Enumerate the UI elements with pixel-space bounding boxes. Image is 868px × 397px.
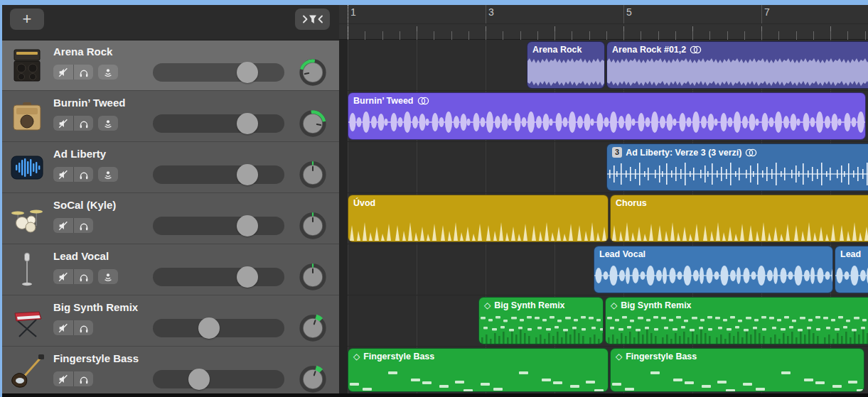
region-arena-rock-1[interactable]: Arena Rock (527, 41, 605, 89)
ruler-bar-number: 1 (350, 6, 356, 18)
region-burnin-tweed[interactable]: Burnin’ Tweed (348, 92, 866, 140)
audio-waveform (607, 57, 868, 87)
pan-knob[interactable] (299, 109, 327, 138)
garageband-tracks-view: 1 3 5 7 Arena Rock Arena Rock #01,2 Burn… (0, 0, 868, 397)
headphones-icon (78, 220, 90, 232)
headphones-icon (78, 169, 90, 180)
track-header-filter-button[interactable] (295, 9, 330, 30)
solo-button[interactable] (73, 167, 93, 182)
volume-slider-thumb[interactable] (188, 369, 210, 390)
volume-slider[interactable] (153, 268, 284, 286)
ruler-bar-number: 7 (764, 6, 770, 18)
audio-waveform (348, 107, 865, 138)
input-monitor-button[interactable] (98, 167, 118, 182)
track-header-lead-vocal[interactable]: Lead Vocal (2, 244, 339, 295)
mute-button[interactable] (53, 65, 73, 80)
volume-slider-thumb[interactable] (237, 164, 258, 185)
region-name: Burnin’ Tweed (353, 96, 414, 106)
track-header-fingerstyle-bass[interactable]: Fingerstyle Bass (2, 347, 339, 397)
input-monitor-button[interactable] (98, 269, 118, 284)
volume-slider-thumb[interactable] (198, 317, 220, 339)
region-big-synth-remix-1[interactable]: ◇ Big Synth Remix (478, 297, 604, 344)
region-drummer-uvod[interactable]: Úvod (348, 195, 609, 242)
mute-icon (58, 118, 69, 129)
synth-keyboard-icon (5, 305, 49, 337)
ruler-divider (339, 23, 868, 24)
add-track-button[interactable]: + (10, 9, 44, 30)
input-monitor-icon (102, 169, 114, 180)
input-monitor-button[interactable] (98, 116, 118, 131)
region-arena-rock-2[interactable]: Arena Rock #01,2 (606, 41, 868, 89)
volume-slider-thumb[interactable] (237, 215, 258, 236)
volume-slider-thumb[interactable] (237, 62, 258, 83)
solo-button[interactable] (73, 218, 93, 233)
volume-slider-thumb[interactable] (237, 113, 258, 134)
solo-button[interactable] (73, 269, 93, 284)
track-header-big-synth-remix[interactable]: Big Synth Remix (2, 295, 339, 347)
region-fingerstyle-bass-2[interactable]: ◇ Fingerstyle Bass (610, 348, 864, 392)
audio-waveform (835, 260, 868, 291)
region-name: Chorus (616, 198, 647, 208)
pan-knob[interactable] (299, 212, 327, 240)
mute-button[interactable] (53, 167, 73, 182)
region-name: Big Synth Remix (494, 300, 564, 310)
loop-icon: ◇ (616, 352, 622, 361)
solo-button[interactable] (73, 320, 93, 335)
solo-button[interactable] (73, 65, 93, 80)
guitar-amp-stack-icon (5, 48, 49, 83)
track-name: Burnin’ Tweed (53, 97, 125, 109)
drum-kit-icon (5, 203, 49, 234)
track-header-burnin-tweed[interactable]: Burnin’ Tweed (2, 91, 339, 142)
stereo-icon (417, 97, 429, 105)
pan-knob[interactable] (299, 161, 327, 189)
pan-knob[interactable] (299, 365, 327, 393)
audio-waveform-icon (5, 156, 49, 180)
region-drummer-chorus[interactable]: Chorus (610, 195, 868, 242)
region-big-synth-remix-2[interactable]: ◇ Big Synth Remix (605, 297, 868, 344)
timeline-ruler[interactable]: 1 3 5 7 (339, 5, 868, 40)
track-header-panel: Arena Rock (2, 40, 339, 393)
volume-slider[interactable] (153, 319, 284, 337)
track-name: Arena Rock (53, 45, 112, 58)
region-name: Arena Rock (532, 45, 582, 55)
track-name: Ad Liberty (53, 148, 106, 160)
bar-gridline (623, 5, 624, 23)
region-ad-liberty-takes[interactable]: 3 Ad Liberty: Verze 3 (3 verzí) (606, 143, 868, 191)
region-fingerstyle-bass-1[interactable]: ◇ Fingerstyle Bass (348, 348, 609, 392)
volume-slider[interactable] (153, 217, 284, 235)
pan-knob[interactable] (299, 314, 327, 342)
track-header-ad-liberty[interactable]: Ad Liberty (2, 142, 339, 193)
solo-button[interactable] (73, 116, 93, 131)
volume-slider-thumb[interactable] (237, 266, 258, 288)
track-header-socal-kyle[interactable]: SoCal (Kyle) (2, 193, 339, 244)
mute-button[interactable] (53, 116, 73, 131)
volume-slider[interactable] (153, 114, 284, 133)
mute-button[interactable] (53, 371, 73, 386)
headphones-icon (78, 374, 90, 385)
mute-button[interactable] (53, 218, 73, 233)
input-monitor-button[interactable] (98, 65, 118, 80)
volume-slider[interactable] (153, 63, 284, 82)
audio-waveform (594, 260, 832, 291)
pan-knob[interactable] (299, 58, 327, 87)
pan-knob[interactable] (299, 263, 327, 291)
mute-button[interactable] (53, 320, 73, 335)
window-focus-border-top (0, 0, 868, 5)
headphones-icon (78, 322, 90, 334)
track-header-arena-rock[interactable]: Arena Rock (2, 40, 339, 91)
midi-notes (606, 313, 868, 344)
audio-waveform (607, 160, 868, 188)
region-name: Ad Liberty: Verze 3 (3 verzí) (626, 148, 741, 158)
stereo-icon (690, 45, 702, 54)
playhead[interactable] (348, 5, 348, 39)
volume-slider[interactable] (153, 370, 284, 388)
input-monitor-icon (102, 67, 114, 78)
input-monitor-icon (102, 118, 114, 129)
solo-button[interactable] (73, 371, 93, 386)
mute-button[interactable] (53, 269, 73, 284)
volume-slider[interactable] (153, 165, 284, 184)
headphones-icon (78, 271, 90, 283)
region-lead-vocal-1[interactable]: Lead Vocal (594, 246, 833, 293)
region-lead-vocal-2[interactable]: Lead (835, 246, 868, 293)
mute-icon (58, 67, 69, 78)
